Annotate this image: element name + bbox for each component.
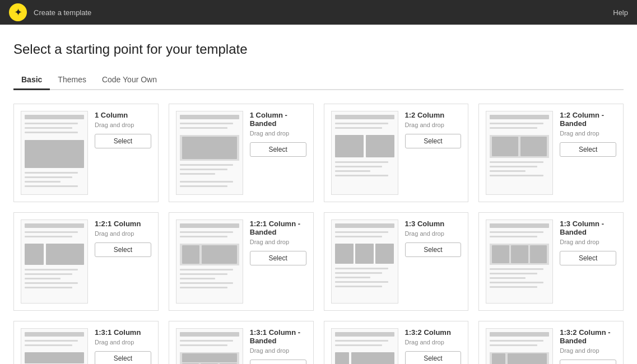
template-grid: 1 Column Drag and drop Select <box>13 104 624 364</box>
select-button[interactable]: Select <box>250 360 306 364</box>
template-preview-1-2-1col <box>21 220 88 304</box>
template-sub: Drag and drop <box>95 339 151 346</box>
template-info: 1:3 Column Drag and drop Select <box>405 220 462 257</box>
template-info: 1:3:1 Column - Banded Drag and drop Sele… <box>250 328 306 364</box>
template-sub: Drag and drop <box>405 339 462 346</box>
template-card: 1 Column - Banded Drag and drop Select <box>169 104 314 202</box>
template-info: 1 Column - Banded Drag and drop Select <box>250 111 306 157</box>
template-info: 1:3 Column - Banded Drag and drop Select <box>560 220 616 265</box>
template-name: 1:2 Column <box>405 111 462 119</box>
template-card: 1:3:2 Column - Banded Drag and drop Sele… <box>478 321 624 364</box>
tab-themes[interactable]: Themes <box>50 71 94 90</box>
template-card: 1:2:1 Column - Banded Drag and drop Sele… <box>169 212 314 311</box>
template-info: 1:2:1 Column Drag and drop Select <box>95 220 151 257</box>
template-sub: Drag and drop <box>250 347 306 354</box>
template-preview-1-3-2col <box>331 328 398 364</box>
template-card: 1:3 Column - Banded Drag and drop Select <box>478 212 624 311</box>
template-name: 1:3 Column <box>405 220 462 228</box>
select-button[interactable]: Select <box>405 134 462 148</box>
template-info: 1:3:2 Column Drag and drop Select <box>405 328 462 364</box>
template-name: 1:2 Column - Banded <box>560 111 616 128</box>
template-card: 1:3 Column Drag and drop Select <box>324 212 469 311</box>
template-name: 1:3:1 Column <box>95 328 151 337</box>
header-title: Create a template <box>34 8 91 17</box>
template-name: 1:3:2 Column - Banded <box>560 328 616 345</box>
template-name: 1:3:1 Column - Banded <box>250 328 306 345</box>
header-left: ✦ Create a template <box>9 3 91 21</box>
template-card: 1 Column Drag and drop Select <box>13 104 159 202</box>
template-preview-1-3-1col-banded <box>176 328 243 364</box>
template-sub: Drag and drop <box>250 130 306 137</box>
main-content: Select a starting point for your templat… <box>0 25 637 364</box>
template-name: 1:2:1 Column <box>95 220 151 228</box>
template-name: 1:3 Column - Banded <box>560 220 616 236</box>
template-name: 1 Column - Banded <box>250 111 306 128</box>
select-button[interactable]: Select <box>405 242 462 257</box>
mailchimp-logo: ✦ <box>9 3 27 21</box>
template-preview-1-3-2col-banded <box>486 328 553 364</box>
tab-basic[interactable]: Basic <box>13 71 50 90</box>
template-sub: Drag and drop <box>405 230 462 237</box>
template-info: 1:2:1 Column - Banded Drag and drop Sele… <box>250 220 306 265</box>
template-info: 1:3:2 Column - Banded Drag and drop Sele… <box>560 328 616 364</box>
template-preview-1col-banded <box>176 111 243 195</box>
template-sub: Drag and drop <box>405 122 462 128</box>
app-header: ✦ Create a template Help <box>0 0 637 25</box>
template-info: 1:2 Column - Banded Drag and drop Select <box>560 111 616 157</box>
template-info: 1 Column Drag and drop Select <box>95 111 151 148</box>
template-preview-1-3col <box>331 220 398 304</box>
template-preview-1-2col <box>331 111 398 195</box>
tab-code-your-own[interactable]: Code Your Own <box>94 71 165 90</box>
logo-symbol: ✦ <box>14 6 22 18</box>
template-preview-1-2col-banded <box>486 111 553 195</box>
template-card: 1:3:1 Column Drag and drop Select <box>13 321 159 364</box>
template-card: 1:2:1 Column Drag and drop Select <box>13 212 159 311</box>
template-card: 1:3:2 Column Drag and drop Select <box>324 321 469 364</box>
template-name: 1:2:1 Column - Banded <box>250 220 306 236</box>
select-button[interactable]: Select <box>95 134 151 148</box>
template-card: 1:2 Column Drag and drop Select <box>324 104 469 202</box>
template-sub: Drag and drop <box>95 230 151 237</box>
select-button[interactable]: Select <box>95 351 151 364</box>
template-card: 1:3:1 Column - Banded Drag and drop Sele… <box>169 321 314 364</box>
select-button[interactable]: Select <box>560 360 616 364</box>
template-name: 1:3:2 Column <box>405 328 462 337</box>
template-info: 1:2 Column Drag and drop Select <box>405 111 462 148</box>
select-button[interactable]: Select <box>560 142 616 157</box>
template-info: 1:3:1 Column Drag and drop Select <box>95 328 151 364</box>
select-button[interactable]: Select <box>560 251 616 265</box>
select-button[interactable]: Select <box>405 351 462 364</box>
tab-bar: Basic Themes Code Your Own <box>13 71 624 90</box>
help-link[interactable]: Help <box>613 8 628 17</box>
template-sub: Drag and drop <box>560 239 616 245</box>
template-sub: Drag and drop <box>250 239 306 245</box>
template-preview-1col <box>21 111 88 195</box>
template-preview-1-3col-banded <box>486 220 553 304</box>
select-button[interactable]: Select <box>250 251 306 265</box>
select-button[interactable]: Select <box>250 142 306 157</box>
template-sub: Drag and drop <box>95 122 151 128</box>
template-name: 1 Column <box>95 111 151 119</box>
page-title: Select a starting point for your templat… <box>13 41 624 57</box>
template-sub: Drag and drop <box>560 130 616 137</box>
template-sub: Drag and drop <box>560 347 616 354</box>
template-card: 1:2 Column - Banded Drag and drop Select <box>478 104 624 202</box>
template-preview-1-2-1col-banded <box>176 220 243 304</box>
template-preview-1-3-1col <box>21 328 88 364</box>
select-button[interactable]: Select <box>95 242 151 257</box>
